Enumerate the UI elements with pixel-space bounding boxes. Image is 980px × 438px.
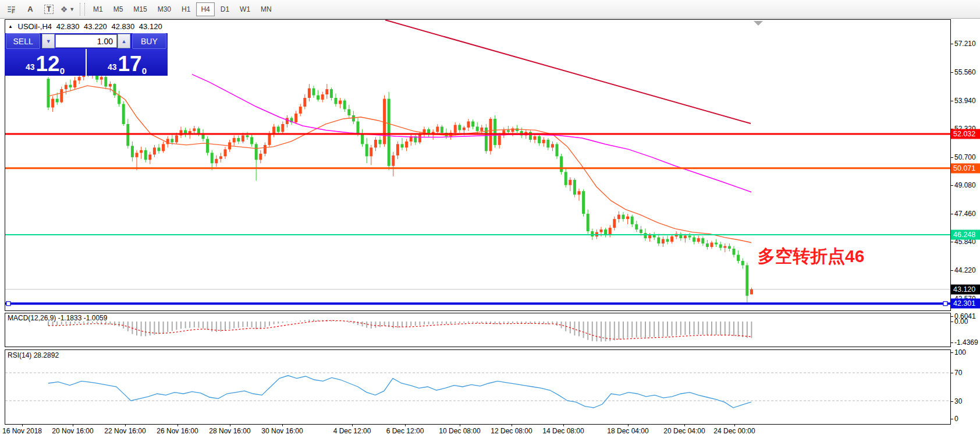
price-badge: 42.301 — [951, 299, 980, 309]
time-axis-tick — [563, 424, 564, 426]
price-axis-tick — [950, 101, 953, 101]
price-axis-tick — [950, 72, 953, 73]
macd-indicator-label: MACD(12,26,9) -1.1833 -1.0059 — [8, 314, 107, 322]
sell-price-whole: 43 — [26, 62, 35, 72]
macd-axis-label: -1.4369 — [954, 338, 978, 347]
symbol-label: USOil-,H4 — [18, 22, 52, 31]
time-axis-label: 26 Nov 16:00 — [157, 427, 198, 435]
price-axis-tick — [950, 242, 953, 242]
ohlc-close: 43.120 — [139, 22, 162, 31]
time-axis-label: 28 Nov 16:00 — [209, 427, 250, 435]
trade-controls-row: SELL ▼ ▲ BUY — [5, 33, 168, 49]
time-axis-label: 22 Nov 16:00 — [104, 427, 145, 435]
time-axis-tick — [230, 424, 230, 426]
time-axis-tick — [125, 424, 126, 426]
chart-shift-marker-icon[interactable] — [754, 21, 763, 26]
price-badge: 52.032 — [951, 129, 980, 139]
time-axis-tick — [73, 424, 73, 426]
macd-layer — [48, 319, 751, 341]
time-axis-tick — [22, 424, 23, 426]
time-axis-label: 16 Nov 2018 — [2, 427, 42, 435]
sell-button[interactable]: SELL — [6, 33, 40, 49]
price-axis-tick — [950, 44, 953, 44]
macd-axis-tick — [950, 322, 953, 322]
buy-price-whole: 43 — [108, 62, 117, 72]
time-axis-tick — [734, 424, 735, 426]
rsi-axis-tick — [950, 401, 953, 402]
chart-title: ▲ USOil-,H4 42.830 43.220 42.830 43.120 — [8, 22, 165, 31]
macd-axis-tick — [950, 316, 953, 317]
time-axis-label: 20 Nov 16:00 — [52, 427, 93, 435]
volume-increase-button[interactable]: ▲ — [118, 34, 130, 48]
chart-annotation-text: 多空转折点46 — [758, 245, 864, 269]
rsi-layer — [5, 373, 950, 408]
price-axis-label: 53.940 — [954, 97, 976, 105]
rsi-axis-label: 30 — [954, 397, 962, 405]
ohlc-open: 42.830 — [56, 22, 80, 31]
time-axis-tick — [405, 424, 406, 426]
sell-price-point: 0 — [60, 68, 65, 74]
time-axis-label: 12 Dec 08:00 — [491, 427, 532, 435]
time-axis-tick — [177, 424, 178, 426]
time-axis-label: 6 Dec 12:00 — [386, 427, 424, 435]
rsi-axis-label: 100 — [954, 348, 966, 356]
time-axis-label: 18 Dec 04:00 — [607, 427, 648, 435]
time-axis-label: 24 Dec 00:00 — [713, 427, 755, 435]
price-axis-label: 44.220 — [954, 266, 976, 274]
price-axis-tick — [950, 214, 953, 214]
time-axis-label: 20 Dec 04:00 — [663, 427, 705, 435]
macd-axis-label: 0.00 — [954, 317, 968, 326]
buy-price-point: 0 — [142, 68, 147, 74]
time-axis-tick — [628, 424, 629, 426]
ohlc-low: 42.830 — [111, 22, 134, 31]
volume-decrease-button[interactable]: ▼ — [42, 34, 55, 48]
sell-price-pips: 12 — [36, 54, 60, 74]
buy-price-pips: 17 — [118, 54, 142, 74]
time-axis-tick — [684, 424, 685, 426]
rsi-axis-label: 70 — [954, 369, 962, 377]
time-axis-tick — [352, 424, 353, 426]
sell-price-tile[interactable]: 43 12 0 — [5, 49, 87, 76]
price-axis-tick — [950, 157, 953, 158]
time-axis-label: 10 Dec 08:00 — [439, 427, 480, 435]
time-axis-label: 14 Dec 08:00 — [542, 427, 584, 435]
volume-input[interactable] — [55, 34, 117, 48]
price-badge: 50.071 — [951, 163, 980, 173]
rsi-axis-tick — [950, 373, 953, 373]
price-badge: 43.120 — [951, 284, 980, 294]
time-axis-label: 4 Dec 12:00 — [333, 427, 371, 435]
collapse-triangle-icon: ▲ — [8, 24, 13, 29]
price-axis-tick — [950, 270, 953, 271]
rsi-indicator-label: RSI(14) 28.2892 — [8, 351, 59, 359]
rsi-axis-tick — [950, 419, 953, 419]
rsi-axis-tick — [950, 352, 953, 353]
rsi-axis-label: 0 — [954, 415, 958, 423]
one-click-trading-panel: SELL ▼ ▲ BUY 43 12 0 43 17 0 — [5, 33, 168, 76]
buy-price-tile[interactable]: 43 17 0 — [87, 49, 168, 76]
price-axis-label: 57.210 — [954, 40, 976, 48]
buy-button[interactable]: BUY — [132, 33, 166, 49]
time-axis-label: 30 Nov 16:00 — [261, 427, 303, 435]
ohlc-high: 43.220 — [84, 22, 107, 31]
price-axis-label: 55.560 — [954, 68, 976, 76]
time-axis-tick — [460, 424, 460, 426]
price-axis-label: 49.080 — [954, 181, 976, 189]
price-badge: 46.248 — [951, 230, 980, 240]
time-axis-tick — [282, 424, 283, 426]
macd-axis-tick — [950, 342, 953, 343]
price-axis-label: 50.700 — [954, 153, 976, 161]
price-axis-tick — [950, 185, 953, 186]
price-axis-label: 47.460 — [954, 210, 976, 218]
time-axis-tick — [512, 424, 512, 426]
trade-price-tiles: 43 12 0 43 17 0 — [5, 49, 168, 76]
